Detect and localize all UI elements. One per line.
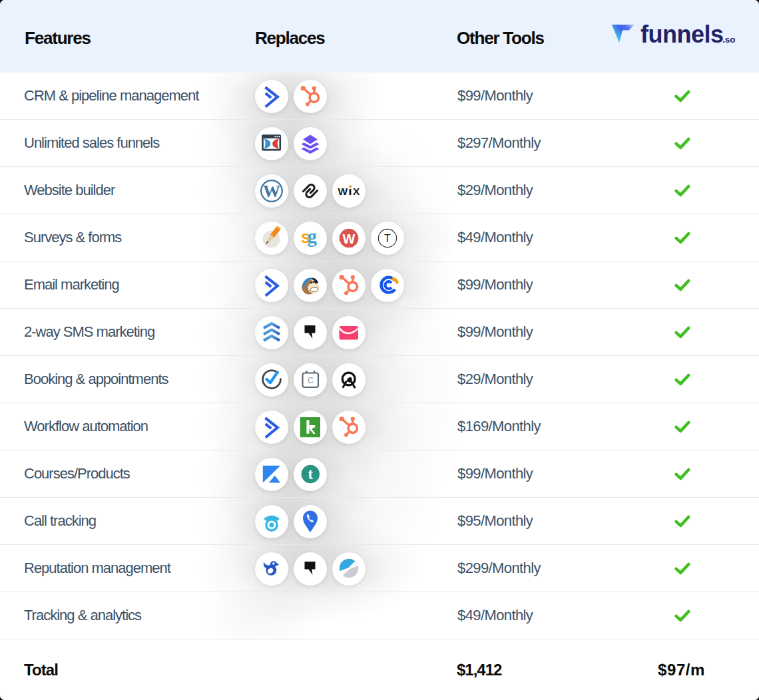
svg-text:funnels: funnels <box>640 24 724 47</box>
svg-text:C: C <box>308 375 314 385</box>
svg-text:W: W <box>343 231 356 246</box>
svg-text:g: g <box>308 225 318 246</box>
svg-text:T: T <box>384 233 391 244</box>
svg-text:.so: .so <box>722 35 736 45</box>
svg-text:W: W <box>263 181 280 200</box>
svg-text:X: X <box>353 186 360 197</box>
svg-text:t: t <box>308 466 313 482</box>
svg-text:W: W <box>338 186 348 197</box>
